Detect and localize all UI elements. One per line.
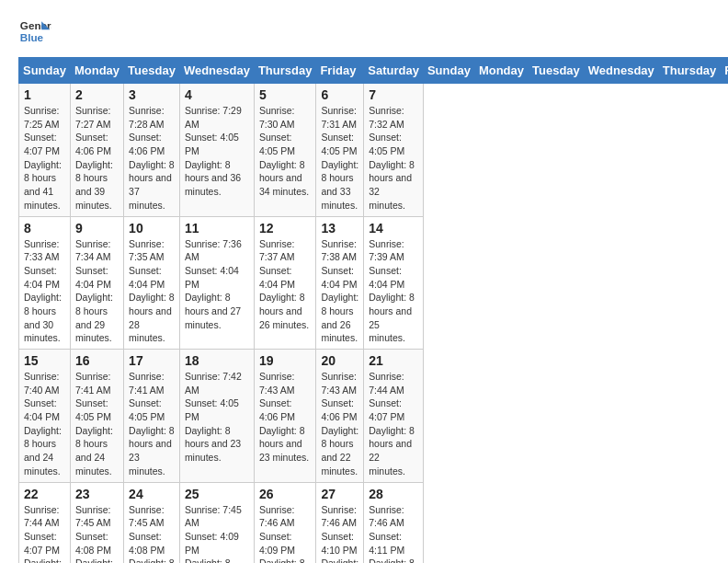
page-header: General Blue [18,15,710,48]
day-number: 28 [369,487,418,501]
day-info: Sunrise: 7:46 AM Sunset: 4:10 PM Dayligh… [321,503,358,564]
day-info: Sunrise: 7:34 AM Sunset: 4:04 PM Dayligh… [75,237,119,346]
day-header-sunday: Sunday [19,58,71,84]
day-number: 1 [24,87,65,102]
calendar-cell: 28Sunrise: 7:46 AM Sunset: 4:11 PM Dayli… [364,482,424,563]
calendar-cell: 25Sunrise: 7:45 AM Sunset: 4:09 PM Dayli… [179,482,254,563]
calendar-cell: 15Sunrise: 7:40 AM Sunset: 4:04 PM Dayli… [19,350,71,483]
calendar-cell: 23Sunrise: 7:45 AM Sunset: 4:08 PM Dayli… [70,482,123,563]
day-number: 7 [369,87,418,102]
calendar-cell: 2Sunrise: 7:27 AM Sunset: 4:06 PM Daylig… [70,84,123,217]
day-number: 19 [259,353,312,368]
calendar-table: SundayMondayTuesdayWednesdayThursdayFrid… [18,57,728,563]
calendar-cell: 13Sunrise: 7:38 AM Sunset: 4:04 PM Dayli… [316,216,364,350]
day-info: Sunrise: 7:35 AM Sunset: 4:04 PM Dayligh… [129,237,175,346]
day-info: Sunrise: 7:45 AM Sunset: 4:09 PM Dayligh… [185,503,249,564]
day-number: 18 [185,353,249,368]
day-header-monday: Monday [474,58,528,84]
day-number: 14 [369,221,418,236]
day-number: 6 [321,87,358,102]
calendar-cell: 21Sunrise: 7:44 AM Sunset: 4:07 PM Dayli… [364,350,424,483]
day-info: Sunrise: 7:25 AM Sunset: 4:07 PM Dayligh… [24,104,65,213]
day-header-friday: Friday [721,58,728,84]
calendar-cell: 10Sunrise: 7:35 AM Sunset: 4:04 PM Dayli… [124,216,180,350]
day-header-wednesday: Wednesday [584,58,658,84]
svg-text:Blue: Blue [20,31,44,43]
calendar-cell: 17Sunrise: 7:41 AM Sunset: 4:05 PM Dayli… [124,350,180,483]
calendar-cell: 7Sunrise: 7:32 AM Sunset: 4:05 PM Daylig… [364,84,424,217]
day-header-monday: Monday [70,58,123,84]
day-number: 21 [369,353,418,368]
day-info: Sunrise: 7:45 AM Sunset: 4:08 PM Dayligh… [129,503,175,564]
calendar-cell: 19Sunrise: 7:43 AM Sunset: 4:06 PM Dayli… [254,350,316,483]
day-number: 2 [75,87,119,102]
svg-text:General: General [20,19,51,31]
day-header-saturday: Saturday [364,58,424,84]
day-info: Sunrise: 7:27 AM Sunset: 4:06 PM Dayligh… [75,104,119,213]
day-header-thursday: Thursday [254,58,316,84]
day-header-tuesday: Tuesday [529,58,585,84]
calendar-cell: 22Sunrise: 7:44 AM Sunset: 4:07 PM Dayli… [19,482,71,563]
calendar-cell: 9Sunrise: 7:34 AM Sunset: 4:04 PM Daylig… [70,216,123,350]
day-info: Sunrise: 7:33 AM Sunset: 4:04 PM Dayligh… [24,237,65,346]
day-number: 26 [259,487,312,501]
calendar-cell: 8Sunrise: 7:33 AM Sunset: 4:04 PM Daylig… [19,216,71,350]
calendar-cell: 3Sunrise: 7:28 AM Sunset: 4:06 PM Daylig… [124,84,180,217]
day-number: 23 [75,487,119,501]
day-info: Sunrise: 7:37 AM Sunset: 4:04 PM Dayligh… [259,237,312,332]
day-info: Sunrise: 7:41 AM Sunset: 4:05 PM Dayligh… [129,370,175,478]
day-number: 10 [129,221,175,236]
day-number: 3 [129,87,175,102]
calendar-cell: 14Sunrise: 7:39 AM Sunset: 4:04 PM Dayli… [364,216,424,350]
calendar-cell: 20Sunrise: 7:43 AM Sunset: 4:06 PM Dayli… [316,350,364,483]
day-number: 15 [24,353,65,368]
day-number: 24 [129,487,175,501]
day-header-wednesday: Wednesday [179,58,254,84]
calendar-cell: 4Sunrise: 7:29 AM Sunset: 4:05 PM Daylig… [179,84,254,217]
day-info: Sunrise: 7:42 AM Sunset: 4:05 PM Dayligh… [185,370,249,465]
day-number: 13 [321,221,358,236]
day-info: Sunrise: 7:46 AM Sunset: 4:09 PM Dayligh… [259,503,312,564]
day-header-thursday: Thursday [658,58,721,84]
calendar-cell: 1Sunrise: 7:25 AM Sunset: 4:07 PM Daylig… [19,84,71,217]
day-info: Sunrise: 7:38 AM Sunset: 4:04 PM Dayligh… [321,237,358,346]
day-info: Sunrise: 7:30 AM Sunset: 4:05 PM Dayligh… [259,104,312,199]
calendar-header-row: SundayMondayTuesdayWednesdayThursdayFrid… [19,58,729,84]
day-number: 9 [75,221,119,236]
day-info: Sunrise: 7:28 AM Sunset: 4:06 PM Dayligh… [129,104,175,213]
day-number: 12 [259,221,312,236]
calendar-week-row: 15Sunrise: 7:40 AM Sunset: 4:04 PM Dayli… [19,350,729,483]
calendar-cell: 26Sunrise: 7:46 AM Sunset: 4:09 PM Dayli… [254,482,316,563]
calendar-cell: 11Sunrise: 7:36 AM Sunset: 4:04 PM Dayli… [179,216,254,350]
day-number: 27 [321,487,358,501]
day-info: Sunrise: 7:46 AM Sunset: 4:11 PM Dayligh… [369,503,418,564]
day-number: 20 [321,353,358,368]
calendar-cell: 27Sunrise: 7:46 AM Sunset: 4:10 PM Dayli… [316,482,364,563]
day-header-friday: Friday [316,58,364,84]
day-number: 5 [259,87,312,102]
calendar-week-row: 22Sunrise: 7:44 AM Sunset: 4:07 PM Dayli… [19,482,729,563]
calendar-cell: 24Sunrise: 7:45 AM Sunset: 4:08 PM Dayli… [124,482,180,563]
day-number: 17 [129,353,175,368]
day-number: 11 [185,221,249,236]
day-info: Sunrise: 7:36 AM Sunset: 4:04 PM Dayligh… [185,237,249,332]
day-info: Sunrise: 7:31 AM Sunset: 4:05 PM Dayligh… [321,104,358,213]
day-info: Sunrise: 7:41 AM Sunset: 4:05 PM Dayligh… [75,370,119,478]
logo: General Blue [18,15,51,48]
day-number: 22 [24,487,65,501]
day-info: Sunrise: 7:44 AM Sunset: 4:07 PM Dayligh… [24,503,65,564]
day-number: 8 [24,221,65,236]
day-info: Sunrise: 7:44 AM Sunset: 4:07 PM Dayligh… [369,370,418,478]
day-info: Sunrise: 7:40 AM Sunset: 4:04 PM Dayligh… [24,370,65,478]
day-number: 25 [185,487,249,501]
day-info: Sunrise: 7:45 AM Sunset: 4:08 PM Dayligh… [75,503,119,564]
day-info: Sunrise: 7:29 AM Sunset: 4:05 PM Dayligh… [185,104,249,199]
calendar-cell: 5Sunrise: 7:30 AM Sunset: 4:05 PM Daylig… [254,84,316,217]
calendar-cell: 16Sunrise: 7:41 AM Sunset: 4:05 PM Dayli… [70,350,123,483]
day-info: Sunrise: 7:43 AM Sunset: 4:06 PM Dayligh… [259,370,312,465]
calendar-week-row: 8Sunrise: 7:33 AM Sunset: 4:04 PM Daylig… [19,216,729,350]
day-number: 16 [75,353,119,368]
day-number: 4 [185,87,249,102]
day-header-tuesday: Tuesday [124,58,180,84]
day-info: Sunrise: 7:43 AM Sunset: 4:06 PM Dayligh… [321,370,358,478]
